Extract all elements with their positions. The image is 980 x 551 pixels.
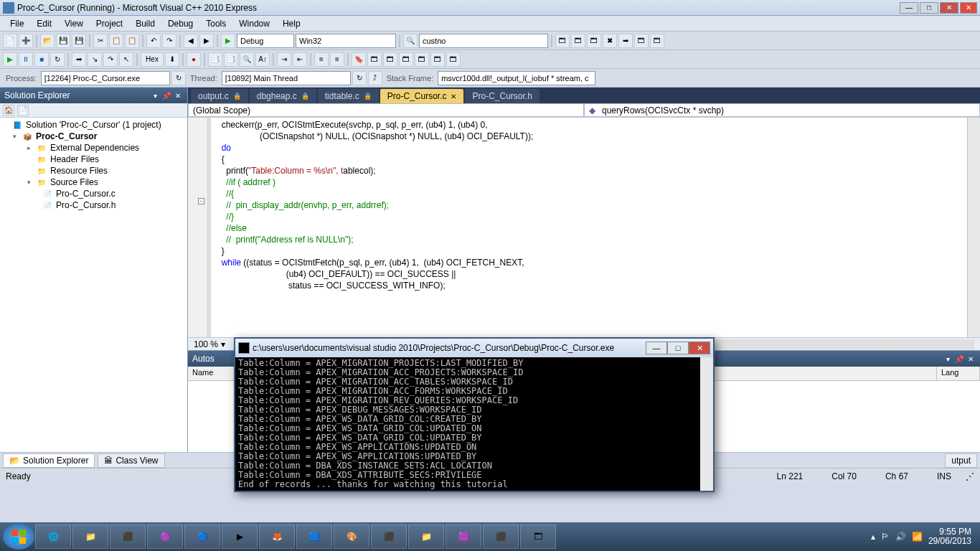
tb-icon-6[interactable]: 🗔 (634, 34, 649, 48)
tree-source-files[interactable]: ▾ 📁 Source Files (0, 176, 187, 188)
restart-icon[interactable]: ↻ (50, 52, 65, 67)
menu-help[interactable]: Help (277, 17, 306, 30)
panel-pin-icon[interactable]: 📌 (161, 90, 171, 100)
task-app-1[interactable]: ⬛ (110, 524, 146, 549)
code-content[interactable]: checkerr(p_err, OCIStmtExecute(svchp, p_… (211, 118, 967, 337)
find-combo[interactable]: custno (419, 34, 548, 48)
task-cmd[interactable]: ⬛ (371, 524, 407, 549)
console-close-button[interactable]: ✕ (689, 342, 710, 354)
resize-grip-icon[interactable]: ⋰ (966, 471, 974, 481)
tb-icon-2[interactable]: 🗔 (571, 34, 585, 48)
se-icon-1[interactable]: 🏠 (3, 105, 14, 116)
tb-icon-3[interactable]: 🗔 (587, 34, 601, 48)
task-paint[interactable]: 🎨 (334, 524, 369, 549)
menu-project[interactable]: Project (90, 17, 128, 30)
task-eclipse[interactable]: 🟣 (147, 524, 183, 549)
tb2-icon-2[interactable]: 📑 (208, 52, 222, 67)
cut-icon[interactable]: ✂ (93, 34, 108, 48)
panel-close-icon[interactable]: ✕ (966, 354, 976, 364)
platform-combo[interactable]: Win32 (296, 34, 396, 48)
tree-project[interactable]: ▾ 📦 Proc-C_Cursor (0, 131, 187, 142)
panel-dropdown-icon[interactable]: ▾ (150, 90, 160, 100)
bottom-tab-class-view[interactable]: 🏛Class View (98, 453, 164, 468)
task-explorer[interactable]: 📁 (72, 524, 108, 549)
tray-volume-icon[interactable]: 🔊 (895, 532, 906, 542)
tb-icon-5[interactable]: ➡ (618, 34, 633, 48)
task-app-3[interactable]: 📁 (408, 524, 444, 549)
tab-dbgheap-c[interactable]: dbgheap.c🔒 (250, 89, 316, 103)
tb2-icon-6[interactable]: 🗔 (367, 52, 382, 67)
task-firefox[interactable]: 🦊 (259, 524, 295, 549)
tree-resource-files[interactable]: 📁 Resource Files (0, 165, 187, 176)
tab-pro-c-cursor-c[interactable]: Pro-C_Cursor.c✕ (380, 89, 464, 103)
close-button[interactable]: ✕ (940, 2, 958, 14)
tb2-icon-8[interactable]: 🗔 (399, 52, 413, 67)
code-editor[interactable]: − checkerr(p_err, OCIStmtExecute(svchp, … (188, 118, 980, 337)
panel-close-icon[interactable]: ✕ (173, 90, 183, 100)
panel-pin-icon[interactable]: 📌 (954, 354, 964, 364)
tb2-icon-11[interactable]: 🗔 (446, 52, 461, 67)
thread-icon-2[interactable]: ⤴ (368, 71, 382, 85)
breakpoint-icon[interactable]: ● (187, 52, 201, 67)
tb2-icon-1[interactable]: ⬇ (165, 52, 179, 67)
start-button[interactable] (3, 524, 34, 550)
tb-icon-7[interactable]: 🗔 (650, 34, 664, 48)
find-in-files-icon[interactable]: 🔍 (403, 34, 418, 48)
bookmark-icon[interactable]: 🔖 (352, 52, 366, 67)
step-over-icon[interactable]: ↷ (103, 52, 118, 67)
paste-icon[interactable]: 📋 (125, 34, 139, 48)
open-icon[interactable]: 📂 (40, 34, 55, 48)
maximize-button[interactable]: □ (920, 2, 938, 14)
task-chrome[interactable]: 🔵 (184, 524, 220, 549)
tray-up-icon[interactable]: ▴ (871, 532, 875, 542)
menu-tools[interactable]: Tools (200, 17, 232, 30)
pause-icon[interactable]: ⏸ (19, 52, 33, 67)
continue-icon[interactable]: ▶ (3, 52, 17, 67)
menu-edit[interactable]: Edit (31, 17, 57, 30)
stack-combo[interactable]: msvcr100d.dll!_output_l(_iobuf * stream,… (438, 71, 595, 85)
tray-clock[interactable]: 9:55 PM 29/06/2013 (928, 527, 971, 546)
tree-file-c[interactable]: 📄 Pro-C_Cursor.c (0, 188, 187, 199)
outer-close-button[interactable]: ✕ (960, 2, 977, 14)
tb2-icon-3[interactable]: 📑 (224, 52, 238, 67)
redo-icon[interactable]: ↷ (162, 34, 176, 48)
tab-close-icon[interactable]: ✕ (451, 93, 456, 100)
save-all-icon[interactable]: 💾 (72, 34, 86, 48)
process-combo[interactable]: [12264] Proc-C_Cursor.exe (41, 71, 170, 85)
thread-refresh-icon[interactable]: ↻ (352, 71, 367, 85)
minimize-button[interactable]: — (900, 2, 918, 14)
indent-icon[interactable]: ⇥ (277, 52, 291, 67)
zoom-level[interactable]: 100 % (194, 339, 218, 349)
task-app-4[interactable]: ⬛ (483, 524, 519, 549)
hex-button[interactable]: Hex (141, 52, 164, 67)
tb2-icon-4[interactable]: 🔍 (240, 52, 254, 67)
menu-view[interactable]: View (59, 17, 89, 30)
task-ie[interactable]: 🌐 (35, 524, 71, 549)
copy-icon[interactable]: 📋 (109, 34, 123, 48)
thread-combo[interactable]: [10892] Main Thread (222, 71, 351, 85)
tree-file-h[interactable]: 📄 Pro-C_Cursor.h (0, 199, 187, 211)
tb-icon-4[interactable]: ✖ (603, 34, 617, 48)
stop-icon[interactable]: ■ (34, 52, 49, 67)
step-into-icon[interactable]: ↘ (88, 52, 102, 67)
nav-fwd-icon[interactable]: ▶ (199, 34, 214, 48)
add-item-icon[interactable]: ➕ (19, 34, 33, 48)
tray-flag-icon[interactable]: 🏳 (881, 532, 890, 542)
task-app-2[interactable]: 🟦 (296, 524, 332, 549)
start-debug-icon[interactable]: ▶ (221, 34, 235, 48)
process-refresh-icon[interactable]: ↻ (171, 71, 186, 85)
uncomment-icon[interactable]: ≡ (330, 52, 344, 67)
console-minimize-button[interactable]: — (646, 342, 667, 354)
new-project-icon[interactable]: 📄 (3, 34, 17, 48)
task-media[interactable]: ▶ (222, 524, 258, 549)
se-icon-2[interactable]: 📄 (17, 105, 29, 116)
outdent-icon[interactable]: ⇤ (293, 52, 307, 67)
scope-global-combo[interactable]: (Global Scope) (188, 103, 584, 117)
console-scrollbar[interactable] (700, 357, 713, 491)
autos-col-lang[interactable]: Lang (937, 367, 980, 380)
step-out-icon[interactable]: ↖ (119, 52, 133, 67)
scope-member-combo[interactable]: ◆queryRows(OCISvcCtx * svchp) (584, 103, 980, 117)
undo-icon[interactable]: ↶ (146, 34, 161, 48)
panel-dropdown-icon[interactable]: ▾ (943, 354, 953, 364)
tb2-icon-5[interactable]: A↕ (255, 52, 270, 67)
